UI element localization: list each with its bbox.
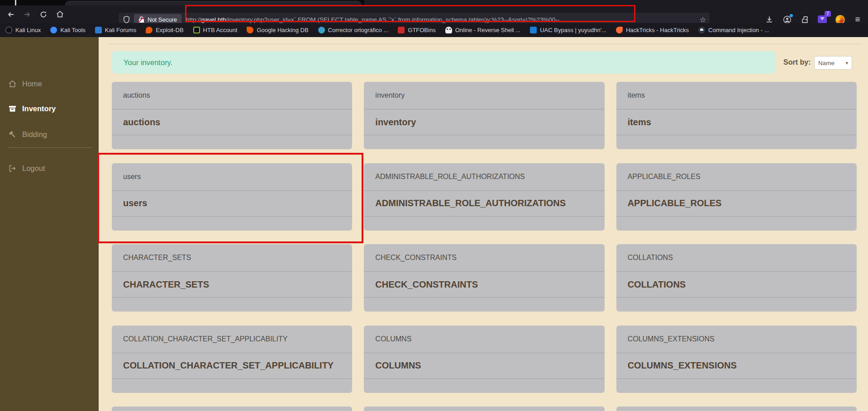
- account-notification-dot: [790, 14, 793, 17]
- bookmark-google-hacking-db[interactable]: Google Hacking DB: [247, 27, 308, 33]
- home-nav-icon: [8, 80, 17, 88]
- card-title: COLUMNS: [364, 353, 604, 379]
- card-footer: [616, 135, 857, 149]
- table-card-items[interactable]: items items: [616, 82, 857, 149]
- card-header-label: CHECK_CONSTRAINTS: [364, 244, 604, 272]
- bookmarks-bar: Kali Linux Kali Tools Kali Forums Exploi…: [0, 23, 868, 37]
- back-button[interactable]: [4, 8, 18, 21]
- table-card-columns[interactable]: COLUMNS COLUMNS: [364, 326, 604, 393]
- bookmark-label: HTB Account: [203, 27, 238, 33]
- sidebar-item-label: Inventory: [22, 104, 56, 113]
- card-title: ADMINISTRABLE_ROLE_AUTHORIZATIONS: [364, 191, 604, 217]
- sort-by-label: Sort by:: [783, 58, 811, 66]
- hacktricks-icon: [616, 27, 623, 33]
- card-title: COLLATIONS: [616, 272, 857, 298]
- table-card-partial[interactable]: [112, 406, 352, 411]
- bookmark-label: Exploit-DB: [156, 27, 183, 33]
- card-header-label: CHARACTER_SETS: [112, 244, 352, 272]
- card-title: COLUMNS_EXTENSIONS: [616, 353, 857, 379]
- table-card-administrable-role-authorizations[interactable]: ADMINISTRABLE_ROLE_AUTHORIZATIONS ADMINI…: [364, 163, 604, 231]
- table-card-inventory[interactable]: inventory inventory: [364, 82, 604, 149]
- table-card-columns-extensions[interactable]: COLUMNS_EXTENSIONS COLUMNS_EXTENSIONS: [616, 326, 857, 393]
- exploit-db-icon: [146, 27, 153, 33]
- sidebar-item-bidding[interactable]: Bidding: [8, 130, 47, 139]
- card-title: items: [616, 109, 857, 135]
- card-header-label: inventory: [364, 82, 604, 109]
- site-sidebar: Home Inventory Bidding Logout: [0, 37, 99, 411]
- card-header-label: APPLICABLE_ROLES: [616, 163, 857, 191]
- bookmark-label: Corrector ortográfico ...: [328, 27, 389, 33]
- forward-icon: [24, 11, 31, 18]
- bookmark-kali-linux[interactable]: Kali Linux: [5, 27, 41, 33]
- table-card-partial[interactable]: [616, 406, 857, 411]
- bookmark-label: Kali Forums: [105, 27, 136, 33]
- table-card-auctions[interactable]: auctions auctions: [112, 82, 352, 149]
- card-header-label: COLUMNS: [364, 326, 604, 353]
- table-card-partial[interactable]: [364, 406, 604, 411]
- not-secure-label: Not Secure: [148, 16, 177, 23]
- languagetool-icon: [318, 27, 325, 33]
- sidebar-item-inventory[interactable]: Inventory: [8, 104, 56, 113]
- bookmark-label: Kali Tools: [60, 27, 85, 33]
- logout-icon: [8, 164, 17, 173]
- sidebar-item-label: Home: [22, 80, 42, 88]
- sidebar-item-label: Bidding: [22, 130, 47, 139]
- card-header-label: COLLATIONS: [616, 244, 857, 272]
- nav-button-group: [4, 8, 67, 21]
- tracking-protection-button[interactable]: [119, 16, 134, 24]
- card-title: CHARACTER_SETS: [112, 272, 352, 298]
- home-icon: [56, 10, 64, 18]
- bookmark-uac-bypass[interactable]: UAC Bypass | yuyudhn'...: [530, 27, 606, 33]
- kali-tools-icon: [50, 27, 57, 33]
- bookmark-gtfobins[interactable]: GTFOBins: [398, 27, 435, 33]
- bookmark-hacktricks[interactable]: HackTricks - HackTricks: [616, 27, 689, 33]
- card-footer: [616, 379, 857, 393]
- inventory-box-icon: [8, 104, 17, 113]
- bookmark-kali-tools[interactable]: Kali Tools: [50, 27, 85, 33]
- card-footer: [112, 135, 352, 149]
- sidebar-item-home[interactable]: Home: [8, 80, 42, 88]
- sort-select[interactable]: Name ▾: [814, 56, 852, 70]
- gtfobins-icon: [398, 27, 405, 33]
- card-header-label: ADMINISTRABLE_ROLE_AUTHORIZATIONS: [364, 163, 604, 191]
- bookmark-label: GTFOBins: [408, 27, 435, 33]
- home-button[interactable]: [52, 8, 67, 21]
- tab-edge-sliver: [15, 0, 16, 5]
- broken-lock-icon: [138, 16, 144, 23]
- card-footer: [112, 298, 352, 312]
- bookmark-htb-account[interactable]: HTB Account: [193, 27, 238, 33]
- bookmark-kali-forums[interactable]: Kali Forums: [95, 27, 136, 33]
- htb-cube-icon: [193, 27, 200, 33]
- bookmark-command-injection[interactable]: Command Injection - ...: [698, 27, 769, 33]
- bookmark-label: Kali Linux: [15, 27, 41, 33]
- proxy-extension-badge: 7: [825, 11, 831, 17]
- sidebar-item-logout[interactable]: Logout: [8, 164, 45, 173]
- download-icon: [766, 16, 773, 23]
- card-header-label: auctions: [112, 82, 352, 109]
- star-icon: ☆: [700, 16, 706, 24]
- table-card-check-constraints[interactable]: CHECK_CONSTRAINTS CHECK_CONSTRAINTS: [364, 244, 604, 312]
- card-footer: [616, 298, 857, 312]
- bookmark-label: HackTricks - HackTricks: [626, 27, 689, 33]
- chevron-down-icon: ▾: [845, 60, 848, 66]
- card-footer: [364, 135, 604, 149]
- bookmark-label: UAC Bypass | yuyudhn'...: [540, 27, 606, 33]
- ghost-icon: [445, 27, 452, 33]
- bookmark-exploit-db[interactable]: Exploit-DB: [146, 27, 183, 33]
- forward-button[interactable]: [20, 8, 34, 21]
- table-card-applicable-roles[interactable]: APPLICABLE_ROLES APPLICABLE_ROLES: [616, 163, 857, 231]
- google-hacking-db-icon: [247, 27, 253, 33]
- reload-button[interactable]: [36, 8, 51, 21]
- card-header-label: COLLATION_CHARACTER_SET_APPLICABILITY: [112, 326, 352, 353]
- card-footer: [364, 379, 604, 393]
- table-cards-grid: auctions auctions inventory inventory it…: [112, 82, 857, 411]
- table-card-collations[interactable]: COLLATIONS COLLATIONS: [616, 244, 857, 312]
- bookmark-reverse-shell[interactable]: Online - Reverse Shell ...: [445, 27, 521, 33]
- table-card-character-sets[interactable]: CHARACTER_SETS CHARACTER_SETS: [112, 244, 352, 312]
- bookmark-corrector[interactable]: Corrector ortográfico ...: [318, 27, 389, 33]
- card-title: CHECK_CONSTRAINTS: [364, 272, 604, 298]
- card-title: inventory: [364, 109, 604, 135]
- table-card-collation-character-set-applicability[interactable]: COLLATION_CHARACTER_SET_APPLICABILITY CO…: [112, 326, 352, 393]
- url-annotation-box: [185, 5, 635, 22]
- navbar-border: [109, 44, 862, 44]
